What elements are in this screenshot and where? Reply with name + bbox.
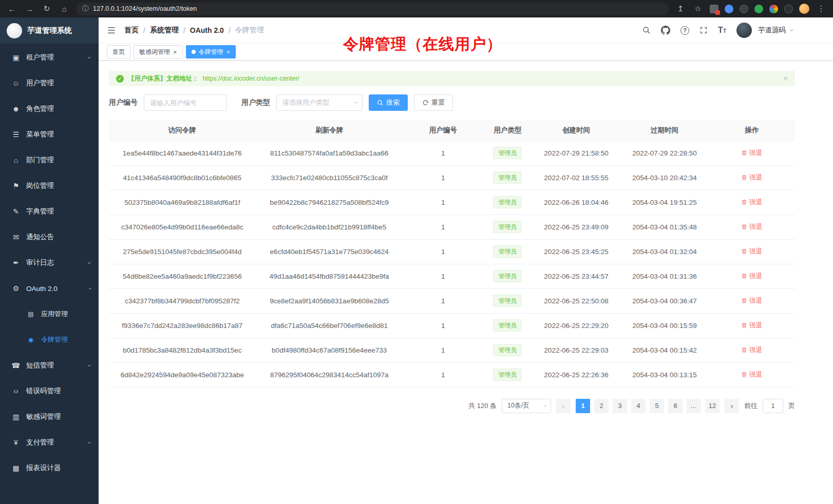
force-logout-button[interactable]: 强退 — [741, 345, 762, 355]
alert-text: 【用户体系】文档地址： — [128, 74, 199, 83]
back-icon[interactable]: ← — [6, 5, 17, 13]
reset-button[interactable]: 重置 — [414, 94, 453, 111]
bookmark-star-icon[interactable]: ☆ — [692, 4, 704, 13]
department-icon: ⌂ — [10, 156, 22, 164]
tab-令牌管理[interactable]: 令牌管理× — [186, 45, 236, 59]
page-button-4[interactable]: 4 — [631, 399, 646, 413]
user-type-select[interactable]: 请选择用户类型 › — [276, 94, 363, 111]
extension-puzzle-icon[interactable] — [710, 5, 718, 13]
home-icon[interactable]: ⌂ — [59, 5, 70, 13]
user-id-cell: 1 — [403, 288, 483, 313]
user-id-cell: 1 — [403, 239, 483, 264]
user-name[interactable]: 芋道源码 — [758, 26, 786, 35]
created-time-cell: 2022-06-25 23:49:09 — [532, 215, 620, 239]
sidebar-item-department[interactable]: ⌂部门管理 — [0, 147, 99, 173]
page-button-3[interactable]: 3 — [613, 399, 627, 413]
force-logout-button[interactable]: 强退 — [741, 321, 762, 330]
close-tab-icon[interactable]: × — [226, 49, 231, 55]
sidebar-item-post[interactable]: ⚑岗位管理 — [0, 173, 99, 199]
alert-close-icon[interactable]: × — [783, 74, 788, 83]
sidebar-item-menu[interactable]: ☰菜单管理 — [0, 122, 99, 147]
user-type-badge: 管理员 — [493, 221, 522, 233]
next-page-button[interactable]: › — [725, 399, 739, 413]
page-size-select[interactable]: 10条/页 › — [502, 399, 551, 413]
column-header: 过期时间 — [620, 120, 709, 141]
browser-menu-icon[interactable]: ⋮ — [816, 4, 827, 13]
browser-profile-avatar[interactable] — [799, 4, 809, 14]
table-body: 1ea5e44f8bc1467aaede43144f31de76811c5304… — [109, 141, 795, 387]
force-logout-button[interactable]: 强退 — [741, 272, 762, 281]
sidebar-item-app-manage[interactable]: ▤应用管理 — [0, 301, 99, 327]
tab-label: 首页 — [112, 48, 125, 56]
user-type-cell: 管理员 — [483, 264, 532, 288]
github-icon[interactable] — [661, 26, 670, 35]
sidebar-item-sms[interactable]: ☎短信管理› — [0, 353, 99, 378]
trash-icon — [741, 298, 747, 304]
page-ellipsis[interactable]: … — [687, 399, 701, 413]
sidebar-item-token-manage[interactable]: ◉令牌管理 — [0, 327, 99, 353]
extension-colorful-icon[interactable] — [769, 5, 778, 13]
sidebar-item-oauth[interactable]: ⚙OAuth 2.0› — [0, 276, 99, 301]
sidebar-item-label: 部门管理 — [26, 156, 54, 165]
page-button-6[interactable]: 6 — [668, 399, 683, 413]
created-time-cell: 2022-06-25 23:45:25 — [532, 239, 620, 264]
sidebar-item-user[interactable]: ☺用户管理 — [0, 70, 99, 96]
page-button-5[interactable]: 5 — [650, 399, 664, 413]
sidebar-item-payment[interactable]: ¥支付管理› — [0, 430, 99, 455]
font-size-icon[interactable]: TT — [718, 26, 726, 35]
user-id-label: 用户编号 — [109, 98, 138, 107]
info-icon[interactable]: ⓘ — [82, 4, 89, 13]
prev-page-button[interactable]: ‹ — [556, 399, 571, 413]
alert-link[interactable]: https://doc.iocoder.cn/user-center/ — [203, 75, 299, 82]
force-logout-button[interactable]: 强退 — [741, 173, 762, 182]
trash-icon — [741, 347, 747, 353]
breadcrumb-item[interactable]: 系统管理 — [150, 26, 179, 35]
sidebar-item-role[interactable]: ☻角色管理 — [0, 96, 99, 122]
force-logout-button[interactable]: 强退 — [741, 148, 762, 158]
search-button[interactable]: 搜索 — [369, 94, 408, 111]
sidebar-item-error-code[interactable]: ‹›错误码管理 — [0, 378, 99, 404]
extension-blue-icon[interactable] — [725, 5, 733, 13]
tab-首页[interactable]: 首页 — [107, 45, 130, 59]
search-icon[interactable] — [642, 26, 651, 34]
address-bar[interactable]: ⓘ 127.0.0.1:1024/system/oauth2/token — [76, 3, 669, 15]
forward-icon[interactable]: → — [24, 5, 35, 13]
close-tab-icon[interactable]: × — [173, 49, 177, 55]
collapse-sidebar-icon[interactable] — [107, 26, 116, 35]
sidebar-item-notice[interactable]: ✉通知公告 — [0, 224, 99, 250]
created-time-cell: 2022-06-26 18:04:46 — [532, 190, 620, 215]
tab-敏感词管理[interactable]: 敏感词管理× — [134, 45, 183, 59]
fullscreen-icon[interactable] — [699, 26, 708, 34]
page-button-1[interactable]: 1 — [576, 399, 590, 413]
user-avatar[interactable] — [736, 23, 752, 38]
app-logo[interactable]: 芋道管理系统 — [0, 17, 99, 44]
force-logout-button[interactable]: 强退 — [741, 247, 762, 256]
help-icon[interactable]: ? — [680, 26, 689, 35]
page-button-12[interactable]: 12 — [705, 399, 720, 413]
refresh-token-cell: b0df4980ffd34c67a08f9156e4eee733 — [256, 338, 403, 362]
force-logout-button[interactable]: 强退 — [741, 222, 762, 231]
extension-round-icon[interactable] — [784, 5, 793, 13]
force-logout-button[interactable]: 强退 — [741, 370, 762, 379]
trash-icon — [741, 175, 747, 181]
sidebar-item-dictionary[interactable]: ✎字典管理 — [0, 199, 99, 224]
extension-green-icon[interactable] — [754, 5, 763, 13]
reload-icon[interactable]: ↻ — [41, 4, 52, 13]
oauth-icon: ⚙ — [10, 284, 22, 293]
user-id-input[interactable] — [144, 94, 227, 111]
breadcrumb-item[interactable]: OAuth 2.0 — [190, 26, 224, 34]
page-button-2[interactable]: 2 — [594, 399, 609, 413]
goto-page-input[interactable] — [763, 399, 783, 413]
breadcrumb-item[interactable]: 首页 — [124, 26, 139, 35]
sidebar-item-audit-log[interactable]: ✒审计日志› — [0, 250, 99, 276]
force-logout-button[interactable]: 强退 — [741, 198, 762, 207]
sidebar-item-report-designer[interactable]: ▦报表设计器 — [0, 455, 99, 481]
share-icon[interactable]: ↥ — [675, 4, 686, 13]
force-logout-button[interactable]: 强退 — [741, 296, 762, 305]
sidebar-item-tenant[interactable]: ▣租户管理› — [0, 45, 99, 70]
extension-dark-icon[interactable] — [740, 5, 748, 13]
sidebar-item-label: 字典管理 — [26, 207, 54, 216]
user-type-badge: 管理员 — [493, 369, 522, 381]
chevron-down-icon: › — [542, 405, 549, 407]
sidebar-item-sensitive-word[interactable]: ▥敏感词管理 — [0, 404, 99, 430]
